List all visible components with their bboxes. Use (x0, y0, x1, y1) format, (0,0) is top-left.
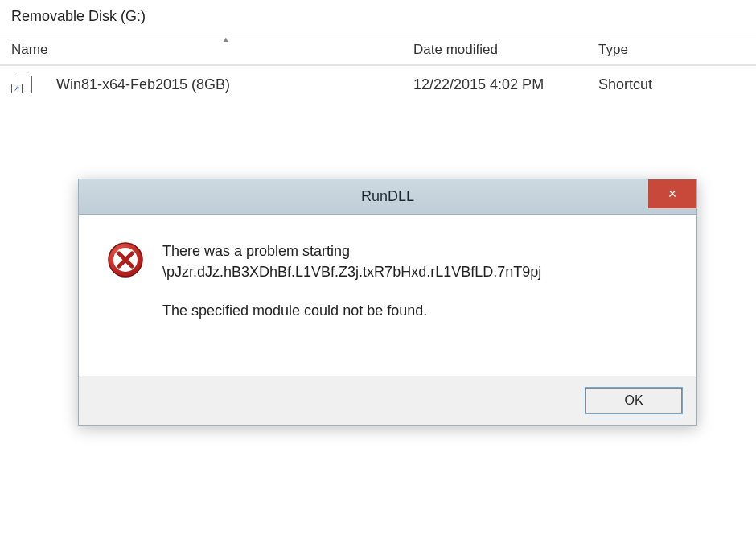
ok-button[interactable]: OK (585, 388, 682, 413)
error-dialog: RunDLL × There was a problem starting \p… (78, 179, 697, 426)
shortcut-icon: ↗ (11, 76, 32, 93)
column-headers: ▴ Name Date modified Type (0, 35, 756, 66)
file-name: Win81-x64-Feb2015 (8GB) (56, 76, 413, 93)
file-type: Shortcut (598, 76, 745, 93)
dialog-message-path: \pJzr.dJz.hB3XDhBf.L1VBf.Z3j.txR7bHxd.rL… (162, 261, 541, 282)
column-header-type[interactable]: Type (598, 42, 745, 58)
error-icon (106, 241, 145, 279)
breadcrumb[interactable]: Removable Disk (G:) (0, 0, 756, 35)
dialog-message: There was a problem starting \pJzr.dJz.h… (162, 241, 541, 321)
sort-indicator-icon: ▴ (224, 34, 228, 44)
file-icon-wrap: ↗ (11, 76, 56, 93)
dialog-message-line1: There was a problem starting (162, 241, 541, 261)
dialog-footer: OK (79, 376, 696, 425)
dialog-titlebar[interactable]: RunDLL × (79, 179, 696, 215)
close-button[interactable]: × (648, 179, 696, 208)
breadcrumb-location: Removable Disk (G:) (11, 8, 146, 24)
table-row[interactable]: ↗ Win81-x64-Feb2015 (8GB) 12/22/2015 4:0… (0, 66, 756, 103)
file-date: 12/22/2015 4:02 PM (413, 76, 598, 93)
dialog-title: RunDLL (79, 188, 696, 205)
dialog-body: There was a problem starting \pJzr.dJz.h… (79, 215, 696, 376)
dialog-message-line2: The specified module could not be found. (162, 300, 541, 321)
column-header-name[interactable]: Name (11, 42, 413, 58)
column-header-date[interactable]: Date modified (413, 42, 598, 58)
close-icon: × (668, 186, 677, 203)
